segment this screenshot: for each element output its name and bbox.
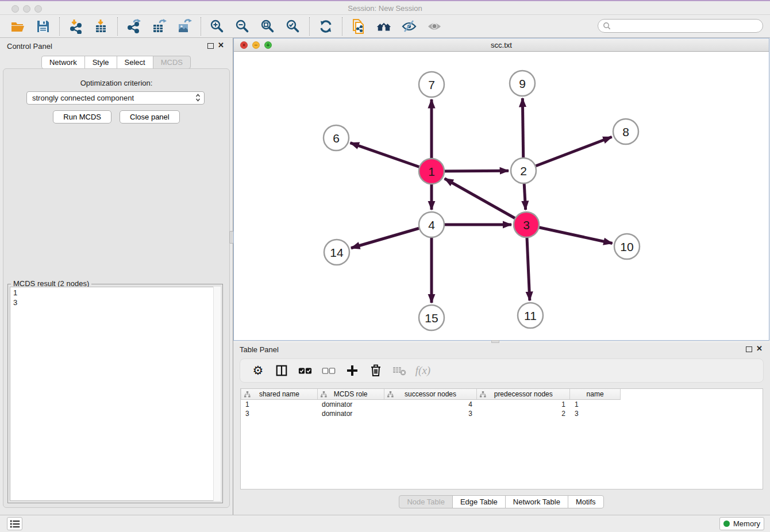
graph-node-7[interactable]: 7	[419, 72, 444, 97]
svg-text:15: 15	[425, 311, 438, 325]
deselect-all-rows-icon[interactable]	[322, 364, 336, 377]
cell-shared-name[interactable]: 3	[241, 410, 317, 418]
export-image-icon[interactable]	[177, 19, 192, 34]
tab-select[interactable]: Select	[117, 56, 153, 69]
tab-network[interactable]: Network	[41, 56, 85, 69]
zoom-fit-icon[interactable]	[260, 19, 275, 34]
tab-network-table[interactable]: Network Table	[505, 495, 568, 508]
apply-function-icon[interactable]: f(x)	[416, 364, 430, 377]
table-options-icon[interactable]: ⚙	[251, 364, 265, 377]
delete-columns-icon[interactable]	[369, 364, 383, 377]
optimization-select[interactable]: strongly connected component	[26, 91, 205, 105]
graph-node-3[interactable]: 3	[514, 212, 539, 237]
graph-node-2[interactable]: 2	[511, 158, 536, 183]
cell-mcds-role[interactable]: dominator	[317, 400, 384, 408]
cell-mcds-role[interactable]: dominator	[317, 410, 384, 418]
graph-node-6[interactable]: 6	[324, 125, 349, 151]
memory-status-icon	[723, 521, 730, 527]
app-window: Session: New Session	[0, 0, 770, 532]
tab-edge-table[interactable]: Edge Table	[452, 495, 506, 508]
import-network-icon[interactable]	[68, 19, 83, 34]
attribute-icon	[480, 391, 486, 398]
refresh-icon[interactable]	[318, 19, 333, 34]
mcds-buttons: Run MCDS Close panel	[3, 110, 229, 124]
attribute-icon	[321, 391, 327, 398]
svg-text:2: 2	[520, 164, 527, 178]
network-window-titlebar: × − + scc.txt	[234, 38, 769, 52]
mcds-result-text[interactable]: 1 3	[10, 287, 221, 501]
svg-text:6: 6	[333, 132, 340, 145]
list-icon	[9, 518, 21, 530]
tab-motifs[interactable]: Motifs	[568, 495, 604, 508]
zoom-out-icon[interactable]	[235, 19, 250, 34]
graph-node-4[interactable]: 4	[419, 212, 444, 237]
cell-name[interactable]: 1	[570, 400, 621, 408]
tab-style[interactable]: Style	[84, 56, 117, 69]
zoom-selected-icon[interactable]	[286, 19, 301, 34]
memory-button[interactable]: Memory	[719, 517, 764, 530]
graph-node-11[interactable]: 11	[518, 303, 543, 328]
column-header-predecessor-nodes[interactable]: predecessor nodes	[477, 389, 570, 399]
column-header-mcds-role[interactable]: MCDS role	[318, 389, 384, 399]
open-session-icon[interactable]	[10, 19, 25, 34]
control-panel-float-icon[interactable]	[207, 43, 214, 49]
table-panel-title: Table Panel	[240, 345, 279, 354]
graph-node-8[interactable]: 8	[613, 119, 638, 144]
select-all-rows-icon[interactable]	[298, 364, 312, 377]
mcds-panel: Optimization criterion: strongly connect…	[3, 68, 230, 508]
column-header-shared-name[interactable]: shared name	[241, 389, 318, 399]
svg-text:9: 9	[519, 77, 526, 90]
network-canvas[interactable]: 7968124314101511	[234, 52, 769, 340]
optimization-criterion-label: Optimization criterion:	[3, 79, 229, 87]
app-title: Session: New Session	[0, 4, 770, 13]
control-panel-close-icon[interactable]: ✕	[218, 41, 224, 49]
svg-text:8: 8	[622, 125, 629, 138]
edge-2-8[interactable]	[523, 137, 612, 171]
cell-predecessor-nodes[interactable]: 1	[477, 400, 570, 408]
zoom-in-icon[interactable]	[210, 19, 225, 34]
search-field[interactable]	[598, 19, 763, 33]
export-network-icon[interactable]	[126, 19, 141, 34]
network-view-window: × − + scc.txt 7968124314101511	[233, 38, 769, 341]
task-history-button[interactable]	[7, 517, 22, 530]
table-row[interactable]: 1 dominator 4 1 1	[241, 400, 763, 409]
control-panel: Control Panel ✕ Network Style Select MCD…	[0, 38, 233, 515]
close-panel-button[interactable]: Close panel	[120, 110, 180, 124]
export-table-icon[interactable]	[152, 19, 167, 34]
cell-shared-name[interactable]: 1	[241, 400, 317, 408]
table-panel-close-icon[interactable]: ✕	[756, 344, 763, 353]
table-row[interactable]: 3 dominator 3 2 3	[241, 409, 763, 418]
table-header-row: shared name MCDS role successor nodes pr…	[241, 389, 621, 400]
run-mcds-button[interactable]: Run MCDS	[53, 110, 111, 124]
save-session-icon[interactable]	[36, 19, 51, 34]
graph-node-15[interactable]: 15	[419, 305, 444, 330]
delete-table-icon[interactable]	[392, 364, 406, 377]
main-toolbar	[0, 15, 770, 38]
column-header-name[interactable]: name	[570, 389, 621, 399]
tab-node-table[interactable]: Node Table	[399, 495, 453, 508]
attribute-icon	[387, 391, 394, 398]
create-column-icon[interactable]	[345, 364, 359, 377]
search-input[interactable]	[611, 20, 763, 32]
graph-node-9[interactable]: 9	[510, 71, 535, 96]
optimization-select-value: strongly connected component	[32, 94, 134, 102]
graph-node-14[interactable]: 14	[324, 240, 349, 265]
show-column-panel-icon[interactable]	[275, 364, 288, 377]
cell-name[interactable]: 3	[570, 410, 621, 418]
first-neighbors-icon[interactable]	[376, 19, 391, 34]
graph-node-1[interactable]: 1	[419, 159, 444, 184]
result-scrollbar[interactable]	[213, 287, 221, 501]
cell-predecessor-nodes[interactable]: 2	[477, 410, 570, 418]
cell-successor-nodes[interactable]: 3	[384, 410, 477, 418]
show-all-icon[interactable]	[427, 19, 442, 34]
hide-selected-icon[interactable]	[402, 19, 417, 34]
column-header-successor-nodes[interactable]: successor nodes	[384, 389, 478, 399]
table-panel-float-icon[interactable]	[746, 346, 752, 352]
duplicate-network-icon[interactable]	[351, 19, 366, 34]
cell-successor-nodes[interactable]: 4	[384, 400, 477, 408]
status-bar: Memory	[0, 515, 770, 532]
edge-3-1[interactable]	[445, 179, 526, 225]
import-table-icon[interactable]	[94, 19, 109, 34]
graph-node-10[interactable]: 10	[614, 234, 640, 259]
tab-mcds[interactable]: MCDS	[153, 56, 191, 69]
